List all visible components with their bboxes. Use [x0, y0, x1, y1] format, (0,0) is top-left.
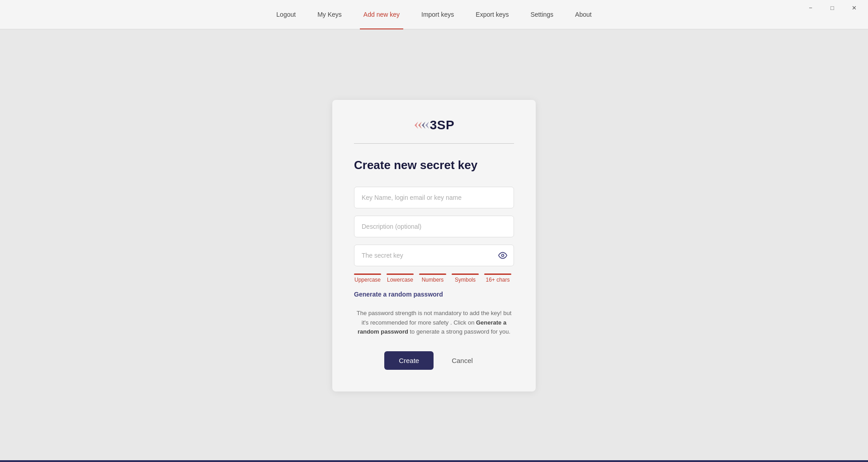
lowercase-label: Lowercase [387, 277, 413, 283]
bottom-accent-bar [0, 460, 868, 462]
logo-divider [354, 143, 514, 144]
main-content: 3SP Create new secret key [0, 29, 868, 462]
strength-symbols: Symbols [452, 273, 479, 283]
lowercase-bar [387, 273, 414, 275]
titlebar-controls: − □ ✕ [800, 0, 864, 16]
generate-password-link[interactable]: Generate a random password [354, 291, 443, 298]
app-titlebar [0, 0, 11, 16]
numbers-bar [419, 273, 446, 275]
svg-point-4 [502, 254, 504, 256]
symbols-bar [452, 273, 479, 275]
nav-export-keys[interactable]: Export keys [465, 0, 519, 29]
svg-marker-1 [415, 122, 418, 129]
secret-key-input[interactable] [354, 245, 514, 266]
strength-numbers: Numbers [419, 273, 446, 283]
secret-key-wrapper [354, 245, 514, 266]
secret-key-field [354, 245, 514, 266]
cancel-button[interactable]: Cancel [441, 351, 484, 370]
key-name-input[interactable] [354, 187, 514, 208]
nav-add-new-key[interactable]: Add new key [353, 0, 410, 29]
symbols-label: Symbols [455, 277, 476, 283]
page-title: Create new secret key [354, 158, 514, 172]
logo-area: 3SP [354, 118, 514, 132]
nav-about[interactable]: About [564, 0, 603, 29]
close-button[interactable]: ✕ [844, 0, 864, 16]
maximize-button[interactable]: □ [822, 0, 843, 16]
svg-marker-3 [425, 122, 429, 129]
svg-marker-0 [418, 122, 422, 129]
logo-icon [414, 118, 430, 132]
strength-uppercase: Uppercase [354, 273, 381, 283]
nav-settings[interactable]: Settings [520, 0, 565, 29]
nav-import-keys[interactable]: Import keys [410, 0, 465, 29]
logo-text: 3SP [430, 118, 454, 132]
16chars-label: 16+ chars [486, 277, 509, 283]
form-card: 3SP Create new secret key [332, 100, 536, 391]
strength-lowercase: Lowercase [387, 273, 414, 283]
key-name-field [354, 187, 514, 208]
description-input[interactable] [354, 216, 514, 237]
toggle-visibility-icon[interactable] [498, 250, 508, 260]
16chars-bar [484, 273, 511, 275]
nav-logout[interactable]: Logout [265, 0, 307, 29]
navbar: Logout My Keys Add new key Import keys E… [0, 0, 868, 29]
strength-16chars: 16+ chars [484, 273, 511, 283]
info-text: The password strength is not mandatory t… [354, 309, 514, 337]
nav-my-keys[interactable]: My Keys [307, 0, 353, 29]
uppercase-bar [354, 273, 381, 275]
uppercase-label: Uppercase [354, 277, 381, 283]
description-field [354, 216, 514, 237]
create-button[interactable]: Create [384, 351, 434, 370]
numbers-label: Numbers [422, 277, 444, 283]
minimize-button[interactable]: − [800, 0, 821, 16]
button-row: Create Cancel [354, 351, 514, 370]
strength-indicators: Uppercase Lowercase Numbers Symbols 16+ … [354, 273, 514, 283]
info-text-after: to generate a strong password for you. [408, 328, 510, 335]
svg-marker-2 [422, 122, 425, 129]
